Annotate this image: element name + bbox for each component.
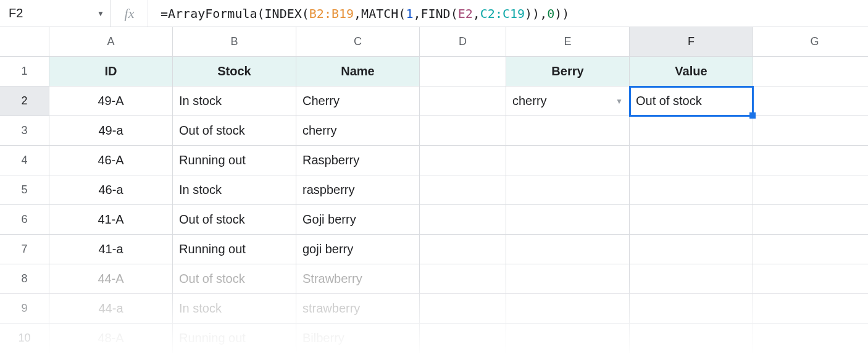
cell-E1[interactable]: Berry xyxy=(506,57,630,86)
row-header-1[interactable]: 1 xyxy=(0,57,49,86)
cell-B9[interactable]: In stock xyxy=(173,294,296,324)
cell-B10[interactable]: Running out xyxy=(173,324,296,353)
cell-F8[interactable] xyxy=(630,264,753,294)
cell-A3[interactable]: 49-a xyxy=(49,116,173,146)
cell-G10[interactable] xyxy=(753,324,868,353)
column-header-C[interactable]: C xyxy=(296,27,420,57)
cell-C6[interactable]: Goji berry xyxy=(296,205,420,235)
name-box-value: F2 xyxy=(9,6,23,20)
cell-A2[interactable]: 49-A xyxy=(49,86,173,116)
cell-E10[interactable] xyxy=(506,324,630,353)
cell-E2[interactable]: cherry▼ xyxy=(506,86,630,116)
cell-G9[interactable] xyxy=(753,294,868,324)
cell-C2[interactable]: Cherry xyxy=(296,86,420,116)
cell-B4[interactable]: Running out xyxy=(173,146,296,175)
row-header-9[interactable]: 9 xyxy=(0,294,49,324)
cell-C9[interactable]: strawberry xyxy=(296,294,420,324)
cell-G7[interactable] xyxy=(753,235,868,264)
select-all-corner[interactable] xyxy=(0,27,49,57)
cell-C10[interactable]: Bilberry xyxy=(296,324,420,353)
cell-E8[interactable] xyxy=(506,264,630,294)
cell-A6[interactable]: 41-A xyxy=(49,205,173,235)
cell-F10[interactable] xyxy=(630,324,753,353)
cell-C8[interactable]: Strawberry xyxy=(296,264,420,294)
cell-B8[interactable]: Out of stock xyxy=(173,264,296,294)
cell-A10[interactable]: 48-A xyxy=(49,324,173,353)
row-header-7[interactable]: 7 xyxy=(0,235,49,264)
formula-input[interactable]: =ArrayFormula(INDEX(B2:B19,MATCH(1,FIND(… xyxy=(148,0,868,27)
cell-A4[interactable]: 46-A xyxy=(49,146,173,175)
row-header-3[interactable]: 3 xyxy=(0,116,49,146)
cell-F5[interactable] xyxy=(630,175,753,205)
cell-C3[interactable]: cherry xyxy=(296,116,420,146)
cell-D7[interactable] xyxy=(420,235,506,264)
cell-D6[interactable] xyxy=(420,205,506,235)
cell-E7[interactable] xyxy=(506,235,630,264)
cell-G3[interactable] xyxy=(753,116,868,146)
cell-E5[interactable] xyxy=(506,175,630,205)
cell-B7[interactable]: Running out xyxy=(173,235,296,264)
column-header-A[interactable]: A xyxy=(49,27,173,57)
cell-D10[interactable] xyxy=(420,324,506,353)
cell-B6[interactable]: Out of stock xyxy=(173,205,296,235)
cell-E4[interactable] xyxy=(506,146,630,175)
cell-D4[interactable] xyxy=(420,146,506,175)
cell-F3[interactable] xyxy=(630,116,753,146)
cell-C5[interactable]: raspberry xyxy=(296,175,420,205)
cell-C4[interactable]: Raspberry xyxy=(296,146,420,175)
formula-token: ,FIND( xyxy=(413,6,457,21)
cell-B2[interactable]: In stock xyxy=(173,86,296,116)
formula-token: )), xyxy=(525,6,547,21)
cell-D3[interactable] xyxy=(420,116,506,146)
cell-G4[interactable] xyxy=(753,146,868,175)
cell-G2[interactable] xyxy=(753,86,868,116)
cell-G1[interactable] xyxy=(753,57,868,86)
cell-E9[interactable] xyxy=(506,294,630,324)
cell-F1[interactable]: Value xyxy=(630,57,753,86)
cell-D8[interactable] xyxy=(420,264,506,294)
row-header-8[interactable]: 8 xyxy=(0,264,49,294)
row-header-5[interactable]: 5 xyxy=(0,175,49,205)
cell-B3[interactable]: Out of stock xyxy=(173,116,296,146)
column-header-D[interactable]: D xyxy=(420,27,506,57)
cell-F4[interactable] xyxy=(630,146,753,175)
name-box[interactable]: F2 ▼ xyxy=(0,0,111,27)
cell-B1[interactable]: Stock xyxy=(173,57,296,86)
cell-E6[interactable] xyxy=(506,205,630,235)
cell-F9[interactable] xyxy=(630,294,753,324)
column-header-B[interactable]: B xyxy=(173,27,296,57)
cell-A8[interactable]: 44-A xyxy=(49,264,173,294)
column-header-E[interactable]: E xyxy=(506,27,630,57)
cell-G6[interactable] xyxy=(753,205,868,235)
row-header-6[interactable]: 6 xyxy=(0,205,49,235)
cell-G5[interactable] xyxy=(753,175,868,205)
cell-D9[interactable] xyxy=(420,294,506,324)
row-header-4[interactable]: 4 xyxy=(0,146,49,175)
dropdown-icon[interactable]: ▼ xyxy=(616,97,623,106)
spreadsheet-grid[interactable]: ABCDEFG1IDStockNameBerryValue249-AIn sto… xyxy=(0,27,868,353)
cell-F2[interactable]: Out of stock xyxy=(630,86,753,116)
selection-handle[interactable] xyxy=(749,112,756,119)
cell-A1[interactable]: ID xyxy=(49,57,173,86)
formula-token: 1 xyxy=(406,6,413,21)
cell-C1[interactable]: Name xyxy=(296,57,420,86)
cell-A7[interactable]: 41-a xyxy=(49,235,173,264)
column-header-G[interactable]: G xyxy=(753,27,868,57)
column-header-F[interactable]: F xyxy=(630,27,753,57)
cell-E3[interactable] xyxy=(506,116,630,146)
row-header-10[interactable]: 10 xyxy=(0,324,49,353)
cell-B5[interactable]: In stock xyxy=(173,175,296,205)
cell-D5[interactable] xyxy=(420,175,506,205)
cell-C7[interactable]: goji berry xyxy=(296,235,420,264)
cell-D1[interactable] xyxy=(420,57,506,86)
row-header-2[interactable]: 2 xyxy=(0,86,49,116)
cell-G8[interactable] xyxy=(753,264,868,294)
name-box-dropdown-icon[interactable]: ▼ xyxy=(97,9,104,18)
cell-A9[interactable]: 44-a xyxy=(49,294,173,324)
cell-D2[interactable] xyxy=(420,86,506,116)
formula-token: B2:B19 xyxy=(309,6,354,21)
cell-F7[interactable] xyxy=(630,235,753,264)
formula-bar: F2 ▼ fx =ArrayFormula(INDEX(B2:B19,MATCH… xyxy=(0,0,868,27)
cell-F6[interactable] xyxy=(630,205,753,235)
cell-A5[interactable]: 46-a xyxy=(49,175,173,205)
